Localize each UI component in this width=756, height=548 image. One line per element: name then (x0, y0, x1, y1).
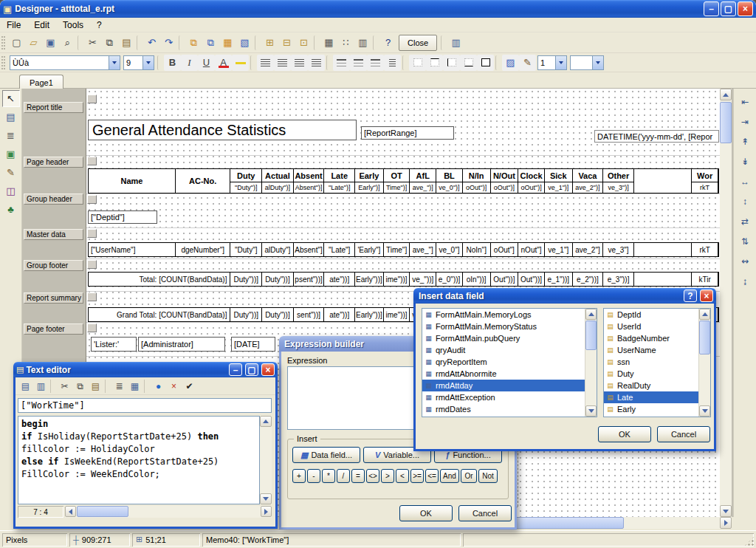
band-handle[interactable] (87, 323, 97, 332)
scroll-thumb[interactable] (77, 506, 128, 517)
draw-tool-icon[interactable]: ✎ (2, 164, 20, 181)
close-button[interactable]: × (700, 290, 713, 302)
field-item[interactable]: ▤UserId (604, 321, 710, 332)
font-name-combo[interactable]: ÙÛà (10, 55, 120, 70)
scroll-up-button[interactable] (260, 416, 272, 427)
report-range-memo[interactable]: [ReportRange] (361, 126, 454, 140)
report-field[interactable] (634, 243, 692, 256)
fit-to-grid-icon[interactable]: ⊟ (278, 35, 295, 51)
dataset-item[interactable]: ▦rmdAttAbnormite (422, 368, 597, 380)
valign-middle-button[interactable] (350, 55, 367, 71)
save-icon[interactable]: ▣ (42, 35, 59, 51)
report-field[interactable]: e_1"))] (545, 273, 573, 286)
picture-tool-icon[interactable]: ▣ (2, 145, 20, 162)
toolbar-icon[interactable] (314, 35, 319, 50)
align-bottom-icon[interactable]: ↡ (737, 154, 753, 169)
report-field[interactable]: Duty"))] (230, 308, 262, 321)
align-justify-button[interactable] (308, 55, 325, 71)
operator-button[interactable]: > (381, 469, 394, 483)
band-label[interactable]: Group footer (24, 260, 83, 271)
dropdown-arrow-icon[interactable] (592, 56, 603, 69)
dataset-item[interactable]: ▦rmdDates (422, 403, 597, 415)
report-field[interactable]: ve_1"] (545, 243, 573, 256)
report-field[interactable]: ave_"] (410, 243, 436, 256)
border-none-button[interactable] (409, 55, 426, 71)
close-button[interactable]: × (261, 363, 275, 376)
open-icon[interactable]: ▱ (25, 35, 42, 51)
valign-bottom-button[interactable] (367, 55, 384, 71)
send-to-back-icon[interactable]: ⧉ (202, 35, 219, 51)
toolbar-icon[interactable] (441, 35, 446, 50)
datetime-memo[interactable]: DATETIME('yyy-mm-dd', [Repor (594, 130, 719, 143)
scroll-down-button[interactable] (720, 505, 732, 517)
scroll-thumb[interactable] (699, 321, 710, 355)
close-button[interactable]: × (738, 1, 753, 16)
scroll-down-button[interactable] (260, 493, 272, 504)
undo-icon[interactable]: ↶ (143, 35, 160, 51)
font-size-combo[interactable]: 9 (123, 55, 154, 70)
scroll-right-button[interactable] (720, 517, 732, 529)
same-width-icon[interactable]: ↭ (737, 254, 753, 269)
report-field[interactable]: Early"))] (355, 308, 384, 321)
report-field[interactable]: NoIn"] (463, 243, 491, 256)
text-direction-button[interactable] (384, 55, 401, 71)
scroll-up-button[interactable] (720, 89, 732, 100)
band-label[interactable]: Report summary (24, 292, 83, 304)
dataset-item[interactable]: ▦qryAudit (422, 344, 597, 356)
ungroup-icon[interactable]: ▧ (236, 35, 253, 51)
toolbar-icon[interactable] (50, 380, 55, 393)
dropdown-arrow-icon[interactable] (555, 56, 566, 69)
operator-button[interactable]: Or (461, 469, 477, 483)
view-wrap-icon[interactable]: ▥ (33, 379, 49, 394)
line-width-combo[interactable]: 1 (537, 55, 567, 70)
menu-item[interactable]: Tools (56, 20, 90, 30)
menu-item[interactable]: File (0, 20, 27, 30)
report-field[interactable]: e_2"))] (573, 273, 604, 286)
scroll-left-button[interactable] (65, 506, 76, 517)
band-label[interactable]: Group header (24, 193, 83, 205)
align-center-button[interactable] (274, 55, 291, 71)
report-field[interactable]: Duty"))] (262, 308, 294, 321)
report-field[interactable]: oIn"))] (463, 273, 491, 286)
toolbar-icon[interactable] (137, 35, 142, 50)
dataset-item[interactable]: ▦FormAttMain.MemoryStatus (422, 321, 597, 332)
code-vscrollbar[interactable] (260, 416, 272, 504)
operator-button[interactable]: And (440, 469, 459, 483)
band-handle[interactable] (87, 229, 97, 238)
report-field[interactable]: ate"))] (324, 308, 355, 321)
report-field[interactable]: kTir (692, 273, 718, 286)
style-combo[interactable] (570, 55, 604, 70)
maximize-button[interactable]: ▢ (721, 1, 736, 16)
data-field-button[interactable]: ▦Data field... (292, 447, 360, 463)
scroll-thumb[interactable] (506, 517, 624, 529)
report-field[interactable]: ime"))] (384, 273, 410, 286)
snap-to-grid-icon[interactable]: ∷ (337, 35, 354, 51)
report-field[interactable]: oOut"] (491, 243, 519, 256)
align-to-grid-icon[interactable]: ⊞ (261, 35, 278, 51)
insert-band-icon[interactable]: ▥ (354, 35, 371, 51)
operator-button[interactable]: >= (410, 469, 424, 483)
report-field[interactable]: e_3"))] (603, 273, 634, 286)
bring-to-front-icon[interactable]: ⧉ (185, 35, 202, 51)
dataset-item[interactable]: ▦rmdAttException (422, 391, 597, 403)
size-to-grid-icon[interactable]: ⊡ (295, 35, 312, 51)
header-cell[interactable]: AfLave_")] (410, 169, 436, 193)
select-tool-icon[interactable]: ↖ (2, 90, 20, 107)
dataset-item[interactable]: ▦FormAttMain.MemoryLogs (422, 309, 597, 321)
band-label[interactable]: Master data (24, 229, 83, 240)
dropdown-arrow-icon[interactable] (142, 56, 154, 69)
report-field[interactable]: rkT (692, 243, 718, 256)
bold-button[interactable]: B (164, 55, 181, 71)
field-item[interactable]: ▤UserName (604, 344, 710, 356)
toolbar-icon[interactable] (373, 35, 378, 50)
align-icon[interactable]: ≣ (111, 379, 127, 394)
border-bottom-button[interactable] (460, 55, 477, 71)
header-cell[interactable]: OTTime")] (384, 169, 410, 193)
report-field[interactable]: ate"))] (324, 273, 355, 286)
menu-item[interactable]: Edit (27, 20, 56, 30)
list-vscrollbar[interactable] (698, 309, 710, 417)
header-cell[interactable]: AC-No. (176, 169, 230, 193)
paste-icon[interactable]: ▤ (118, 35, 135, 51)
band-handle[interactable] (87, 292, 97, 301)
report-field[interactable]: Out"))] (518, 273, 545, 286)
